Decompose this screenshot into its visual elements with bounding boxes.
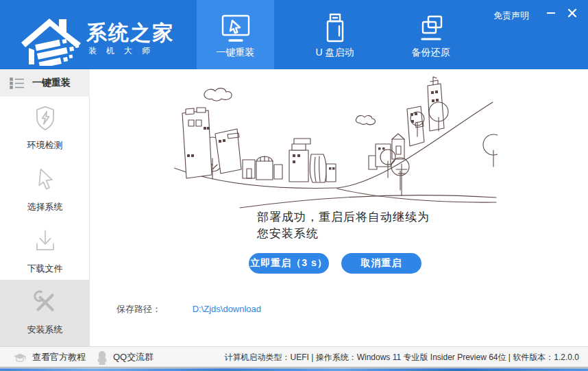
save-path-row: 保存路径： D:\Zjds\download (117, 303, 261, 315)
sidebar-item-install-system[interactable]: 安装系统 (0, 280, 90, 346)
tab-label: U 盘启动 (296, 47, 373, 59)
tutorial-label: 查看官方教程 (32, 351, 86, 363)
backup-restore-icon (392, 11, 469, 44)
tab-label: 一键重装 (197, 47, 274, 59)
tab-onekey-reinstall[interactable]: 一键重装 (197, 0, 274, 69)
sidebar-item-label: 下载文件 (0, 263, 90, 275)
desktop-strip (0, 368, 588, 371)
download-icon (30, 226, 60, 256)
city-illustration (174, 73, 498, 209)
save-path-value[interactable]: D:\Zjds\download (193, 304, 261, 314)
sidebar-header-label: 一键重装 (32, 77, 71, 89)
wrench-icon (31, 288, 60, 317)
save-path-label: 保存路径： (117, 304, 161, 314)
list-icon (9, 75, 25, 91)
app-window: 系统之家 装机大师 一键重装 U 盘启 (0, 0, 588, 371)
close-button[interactable] (564, 5, 580, 21)
sidebar-item-label: 安装系统 (0, 324, 90, 336)
tab-backup-restore[interactable]: 备份还原 (392, 0, 469, 69)
header-bar: 系统之家 装机大师 一键重装 U 盘启 (0, 0, 588, 69)
usb-drive-icon (296, 11, 373, 44)
qq-penguin-icon (96, 350, 108, 365)
sidebar-header-onekey-reinstall[interactable]: 一键重装 (0, 69, 90, 97)
app-logo: 系统之家 装机大师 (18, 8, 189, 66)
restart-now-button[interactable]: 立即重启（3 s） (249, 253, 329, 274)
logo-subtitle: 装机大师 (88, 45, 160, 57)
main-content: 部署成功，重启后将自动继续为 您安装系统 立即重启（3 s） 取消重启 保存路径… (90, 69, 588, 346)
minimize-button[interactable] (543, 5, 559, 21)
qq-group-link[interactable]: QQ交流群 (96, 347, 154, 368)
qq-group-label: QQ交流群 (113, 351, 154, 363)
system-status-text: 计算机启动类型：UEFI | 操作系统：Windows 11 专业版 Insid… (225, 347, 579, 368)
minimize-icon (547, 12, 555, 14)
deploy-message-line2: 您安装系统 (257, 226, 456, 242)
tutorial-link[interactable]: 查看官方教程 (12, 347, 86, 368)
deploy-message: 部署成功，重启后将自动继续为 您安装系统 (257, 209, 456, 242)
shield-bolt-icon (30, 102, 60, 132)
deploy-message-line1: 部署成功，重启后将自动继续为 (257, 209, 456, 226)
logo-title: 系统之家 (86, 19, 174, 47)
sidebar-item-select-system[interactable]: 选择系统 (0, 164, 90, 213)
tab-usb-boot[interactable]: U 盘启动 (296, 0, 373, 69)
sidebar-item-label: 环境检测 (0, 139, 90, 152)
graduation-cap-icon (12, 352, 27, 363)
cancel-restart-button[interactable]: 取消重启 (341, 253, 421, 274)
close-icon (567, 8, 577, 18)
tab-label: 备份还原 (392, 47, 469, 59)
sidebar: 一键重装 环境检测 选择系统 下载文件 (0, 69, 90, 346)
sidebar-item-download-files[interactable]: 下载文件 (0, 226, 90, 275)
monitor-cursor-icon (197, 11, 274, 44)
status-bar: 查看官方教程 QQ交流群 计算机启动类型：UEFI | 操作系统：Windows… (0, 346, 588, 368)
sidebar-item-env-check[interactable]: 环境检测 (0, 102, 90, 152)
house-logo-icon (19, 11, 85, 66)
sidebar-item-label: 选择系统 (0, 201, 90, 213)
disclaimer-link[interactable]: 免责声明 (493, 10, 529, 22)
cursor-icon (30, 164, 60, 194)
